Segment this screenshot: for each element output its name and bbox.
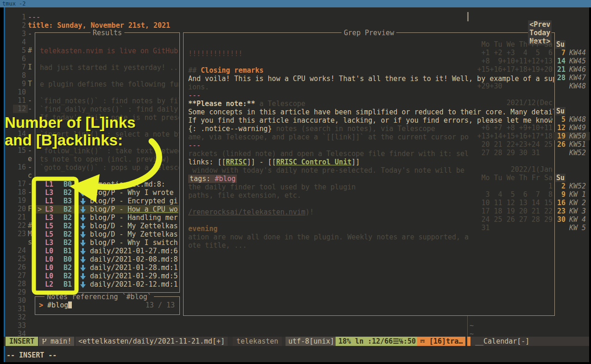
download-arrow-icon — [80, 189, 86, 197]
links-count: L2 — [45, 280, 53, 289]
line-number: 31 — [14, 305, 26, 313]
buffer-bleed-char: - — [28, 105, 32, 113]
whitespace-warning-segment: [16]tra… — [417, 337, 465, 346]
results-dim-line: `goto_today()` : pops up a Telesco — [40, 163, 179, 172]
line-number: 11 — [14, 96, 26, 105]
result-row[interactable]: L3B2blog/P - Why I wrote m — [36, 188, 179, 197]
line-number: 7 — [14, 63, 26, 71]
result-path: daily/2021-01-28.md:10 — [90, 264, 178, 272]
calendar-sunday-day[interactable]: 19 — [554, 132, 566, 140]
result-row[interactable]: L3B2blog/P - Handling merg — [36, 213, 179, 222]
results-dim-line: `find_daily_notes()` : find daily — [40, 105, 178, 113]
line-number: 10 — [14, 88, 26, 96]
scrollbar-thumb — [467, 12, 469, 21]
calendar-sunday-day[interactable]: 7 — [554, 49, 566, 57]
result-row[interactable]: >L3B2blog/P - How a CPU wor — [36, 205, 179, 213]
line-number: 25 — [14, 255, 26, 263]
calendar-days-dim: 3 4 5 6 7 8 — [477, 190, 553, 199]
preview-line: ions. — [188, 83, 209, 91]
result-path: blog/P - How a CPU wor — [90, 205, 178, 213]
result-row[interactable]: L5B2blog/D - My Zettelkast — [36, 222, 179, 230]
result-row[interactable]: L0B2daily/2021-01-28.md:10 — [36, 264, 179, 272]
calendar-statusline-accent — [467, 337, 470, 346]
backlinks-count: B2 — [64, 272, 72, 280]
download-arrow-icon — [80, 181, 86, 189]
calendar-week-label: KW48 — [569, 82, 586, 90]
calendar-today-button[interactable]: Today — [528, 29, 552, 37]
calendar-month-title: 2022/1(Jan — [511, 165, 553, 174]
calendar-sunday-day[interactable]: 21 — [554, 65, 566, 74]
calendar-sunday-day[interactable]: 5 — [554, 115, 566, 124]
buffer-bleed-char: e — [28, 155, 32, 163]
calendar-sunday-day[interactable]: 26 — [554, 140, 566, 149]
calendar-prev-button[interactable]: <Prev — [528, 20, 552, 29]
result-row[interactable]: L3B2blog/P - Why I switche — [36, 238, 179, 247]
download-arrow-icon — [80, 206, 86, 214]
text-cursor — [68, 301, 72, 308]
command-line-mode: -- INSERT -- — [6, 351, 57, 359]
plugin-segment: telekasten — [233, 337, 282, 346]
telescope-prompt-panel: Notes referencing `#blog` > #blog 13 / 1… — [35, 296, 180, 315]
calendar-week-label: KW50 — [569, 132, 586, 140]
calendar-days-dim: 20 21 22+23+24 25 — [477, 140, 553, 149]
download-arrow-icon — [80, 214, 86, 222]
calendar-statusline: __Calendar[-] — [467, 337, 589, 346]
backlinks-count: B3 — [64, 197, 72, 205]
whitespace-icon — [420, 337, 429, 345]
buffer-bleed-char: - — [28, 96, 32, 105]
results-dim-line: `find_notes()` : find notes by fil — [40, 97, 179, 105]
line-number: 8 — [14, 71, 26, 80]
result-path: i mention it.md:8: — [90, 180, 178, 188]
result-row[interactable]: L1B3blog/P - Encrypted git — [36, 197, 179, 205]
calendar-week-label: KW 2 — [569, 199, 586, 207]
calendar-sunday-day[interactable]: 16 — [554, 199, 566, 207]
calendar-sunday-day[interactable]: 12 — [554, 124, 566, 132]
calendar-sunday-day[interactable]: 9 — [554, 190, 566, 199]
calendar-weekday-header: Mo Tu We Th Fr Sa — [477, 40, 553, 49]
links-count: L3 — [45, 213, 53, 222]
search-input[interactable]: > #blog — [39, 301, 72, 309]
result-row[interactable]: L0B2daily/2021-01-29.md:5: — [36, 272, 179, 280]
backlinks-count: B0 — [64, 180, 72, 188]
line-number: 14 — [14, 130, 26, 138]
result-row[interactable]: L0B0daily/2021-02-08.md:8: — [36, 255, 179, 264]
calendar-sunday-day[interactable]: 23 — [554, 207, 566, 215]
links-count: L0 — [45, 264, 53, 272]
result-row[interactable]: L5B2blog/D - My Zettelkast — [36, 230, 179, 238]
result-row[interactable]: L1B0i mention it.md:8: — [36, 180, 179, 188]
preview-line: rackets (linked note) and open a Telesco… — [188, 150, 469, 158]
calendar-sunday-header: Su — [555, 40, 566, 49]
calendar-days-dim: 31 — [477, 224, 553, 232]
backlinks-count: B2 — [64, 188, 72, 197]
calendar-sunday-header: Su — [555, 107, 566, 115]
calendar-days-dim: 24 25 26 27 28 29 — [477, 215, 553, 224]
download-arrow-icon — [80, 222, 86, 231]
download-arrow-icon — [80, 197, 86, 206]
preview-line: !!!!!!!!!!!!! — [188, 50, 242, 58]
preview-line: ation are now all done in the plugin. We… — [188, 233, 469, 241]
calendar-sunday-day[interactable]: 30 — [554, 215, 566, 224]
backlinks-count: B2 — [64, 213, 72, 222]
calendar-sunday-day[interactable]: 14 — [554, 57, 566, 65]
calendar-week-label: KW44 — [569, 49, 586, 57]
preview-line: evening — [188, 225, 217, 233]
buffer-bleed-char: T — [28, 80, 32, 88]
line-number: 16 — [14, 163, 26, 171]
line-number: 18 — [14, 188, 26, 196]
result-row[interactable]: L0B1daily/2021-01-27.md:6: — [36, 247, 179, 255]
results-dim-line: ts note to open (incl. preview) — [40, 155, 170, 163]
links-count: L3 — [45, 238, 53, 247]
calendar-sunday-day[interactable]: 28 — [554, 74, 566, 82]
buffer-bleed-char: I — [28, 63, 32, 71]
line-number: 6 — [14, 55, 26, 63]
links-count: L0 — [45, 255, 53, 264]
telescope-results-panel: Results telekasten.nvim is live on GitHu… — [35, 32, 180, 293]
result-row[interactable]: L2B1daily/2021-02-12.md:10 — [36, 280, 179, 289]
backlinks-count: B1 — [64, 280, 72, 289]
buffer-bleed-char: - — [28, 180, 32, 188]
window-edge — [4, 7, 5, 362]
results-dim-line: If today's daily note is not prese — [40, 113, 179, 122]
preview-line: --- — [188, 141, 201, 150]
calendar-sunday-day[interactable]: 2 — [554, 182, 566, 190]
download-arrow-icon — [80, 247, 86, 256]
